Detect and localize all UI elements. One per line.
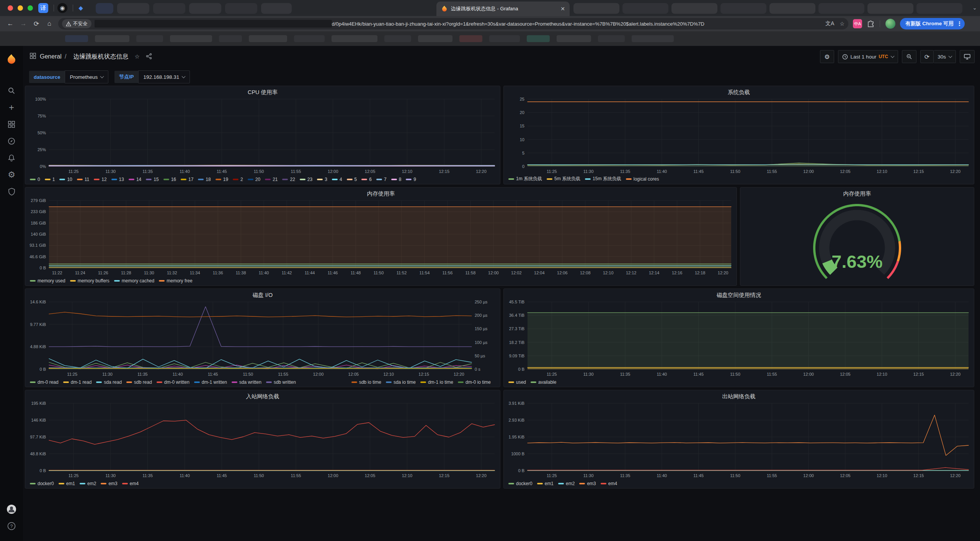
legend-item[interactable]: em4 bbox=[601, 481, 617, 486]
chart[interactable]: 0 B4.88 KiB9.77 KiB14.6 KiB0 s50 µs100 µ… bbox=[25, 289, 500, 387]
legend-item[interactable]: em3 bbox=[101, 481, 117, 486]
legend-item[interactable]: 12 bbox=[94, 177, 106, 182]
panel-title[interactable]: 出站网络负载 bbox=[504, 393, 974, 400]
tab-close-icon[interactable]: ✕ bbox=[560, 6, 565, 12]
legend-item[interactable]: em1 bbox=[59, 481, 75, 486]
variable-value-datasource[interactable]: Prometheus bbox=[65, 70, 108, 83]
dashboard-settings-button[interactable]: ⚙ bbox=[820, 50, 834, 63]
legend-item[interactable]: 15m 系统负载 bbox=[585, 176, 621, 182]
bookmark-star-icon[interactable]: ☆ bbox=[840, 21, 844, 27]
legend-item[interactable]: 4 bbox=[332, 177, 342, 182]
breadcrumb-dashboard-title[interactable]: 边缘跳板机状态信息 bbox=[73, 53, 128, 61]
variable-value-node-ip[interactable]: 192.168.198.31 bbox=[138, 70, 190, 83]
inactive-tab[interactable] bbox=[916, 3, 962, 14]
extensions-puzzle-icon[interactable] bbox=[867, 20, 875, 28]
chart[interactable]: 051015202511:2511:3011:3511:4011:4511:50… bbox=[504, 86, 974, 184]
legend-item[interactable]: dm-0 read bbox=[30, 380, 59, 385]
legend-item[interactable]: 11 bbox=[77, 177, 89, 182]
legend-item[interactable]: 18 bbox=[198, 177, 211, 182]
security-badge[interactable]: 不安全 bbox=[62, 19, 91, 28]
legend-item[interactable]: em1 bbox=[537, 481, 554, 486]
translate-page-icon[interactable]: 文A bbox=[825, 20, 834, 27]
bookmark-item[interactable] bbox=[598, 35, 625, 42]
legend-item[interactable]: sdb read bbox=[126, 380, 152, 385]
blue-logo-pinned-tab-icon[interactable]: ◆ bbox=[76, 3, 86, 13]
inactive-tab[interactable] bbox=[96, 3, 113, 14]
chart[interactable]: 0 B1000 B1.95 KiB2.93 KiB3.91 KiB11:2511… bbox=[504, 390, 974, 488]
legend-item[interactable]: 2 bbox=[233, 177, 243, 182]
legend-item[interactable]: 19 bbox=[216, 177, 228, 182]
legend-item[interactable]: 8 bbox=[391, 177, 402, 182]
legend-item[interactable]: dm-0 written bbox=[157, 380, 189, 385]
legend-item[interactable]: memory buffers bbox=[70, 278, 109, 284]
legend-item[interactable]: dm-0 io time bbox=[458, 380, 491, 385]
refresh-interval-picker[interactable]: 30s bbox=[934, 50, 956, 63]
legend-item[interactable]: 3 bbox=[317, 177, 327, 182]
legend-item[interactable]: memory used bbox=[30, 278, 65, 284]
legend-item[interactable]: 9 bbox=[406, 177, 416, 182]
legend-item[interactable]: sdb io time bbox=[351, 380, 381, 385]
chart[interactable]: 0 B46.6 GiB93.1 GiB140 GiB186 GiB233 GiB… bbox=[25, 187, 737, 285]
panel-title[interactable]: 磁盘 I/O bbox=[25, 292, 500, 299]
panel-title[interactable]: 入站网络负载 bbox=[25, 393, 500, 400]
macos-zoom-button[interactable] bbox=[28, 5, 33, 11]
tab-search-caret-icon[interactable]: ⌄ bbox=[972, 5, 977, 11]
legend-item[interactable]: 1m 系统负载 bbox=[508, 176, 542, 182]
legend-item[interactable]: 16 bbox=[163, 177, 176, 182]
legend-item[interactable]: sda written bbox=[232, 380, 261, 385]
favorite-star-icon[interactable]: ☆ bbox=[134, 53, 139, 60]
chart[interactable]: 0 B48.8 KiB97.7 KiB146 KiB195 KiB11:2511… bbox=[25, 390, 500, 488]
url-text[interactable]: d/0p4iw4EHk/bian-yuan-tiao-ban-ji-zhuang… bbox=[332, 21, 820, 27]
reload-button[interactable]: ⟳ bbox=[30, 20, 43, 28]
bookmark-item[interactable] bbox=[527, 35, 550, 42]
legend-item[interactable]: 22 bbox=[282, 177, 295, 182]
panel-title[interactable]: 内存使用率 bbox=[25, 190, 737, 197]
inactive-tab[interactable] bbox=[153, 3, 185, 14]
bookmark-item[interactable] bbox=[294, 35, 325, 42]
legend-item[interactable]: 21 bbox=[265, 177, 278, 182]
legend-item[interactable]: sda read bbox=[96, 380, 122, 385]
legend-item[interactable]: 1 bbox=[45, 177, 55, 182]
inactive-tab[interactable] bbox=[261, 3, 292, 14]
bookmark-item[interactable] bbox=[136, 35, 163, 42]
legend-item[interactable]: 20 bbox=[248, 177, 260, 182]
legend-item[interactable]: 5m 系统负载 bbox=[547, 176, 580, 182]
inactive-tab[interactable] bbox=[769, 3, 815, 14]
active-tab[interactable]: 边缘跳板机状态信息 - Grafana ✕ bbox=[436, 2, 570, 16]
legend-item[interactable]: 23 bbox=[300, 177, 312, 182]
panel-title[interactable]: 系统负载 bbox=[504, 89, 974, 96]
panel-title[interactable]: CPU 使用率 bbox=[25, 89, 500, 96]
forward-button[interactable]: → bbox=[17, 20, 30, 28]
inactive-tab[interactable] bbox=[720, 3, 766, 14]
legend-item[interactable]: dm-1 io time bbox=[420, 380, 453, 385]
browser-profile-avatar[interactable] bbox=[885, 19, 895, 29]
bookmark-item[interactable] bbox=[384, 35, 411, 42]
address-bar[interactable]: 不安全 d/0p4iw4EHk/bian-yuan-tiao-ban-ji-zh… bbox=[58, 18, 848, 29]
grafana-logo-icon[interactable] bbox=[0, 53, 23, 66]
legend-item[interactable]: em4 bbox=[122, 481, 139, 486]
bookmark-item[interactable] bbox=[557, 35, 591, 42]
back-button[interactable]: ← bbox=[4, 20, 17, 28]
inactive-tab[interactable] bbox=[189, 3, 221, 14]
bookmark-item[interactable] bbox=[170, 35, 212, 42]
inactive-tab[interactable] bbox=[671, 3, 717, 14]
bookmark-item[interactable] bbox=[65, 35, 88, 42]
legend-item[interactable]: dm-1 written bbox=[194, 380, 227, 385]
bookmark-item[interactable] bbox=[632, 35, 674, 42]
legend-item[interactable]: memory cached bbox=[114, 278, 154, 284]
share-icon[interactable] bbox=[146, 53, 152, 60]
legend-item[interactable]: docker0 bbox=[508, 481, 532, 486]
inactive-tab[interactable] bbox=[225, 3, 257, 14]
time-range-picker[interactable]: Last 1 hour UTC bbox=[838, 50, 898, 63]
breadcrumb-section[interactable]: General bbox=[40, 53, 62, 60]
legend-item[interactable]: memory free bbox=[159, 278, 192, 284]
dot-circle-pinned-tab-icon[interactable]: ◉ bbox=[57, 3, 67, 13]
refresh-button[interactable]: ⟳ bbox=[920, 50, 934, 63]
browser-menu-kebab-icon[interactable]: ⋮ bbox=[957, 20, 962, 27]
legend-item[interactable]: sda io time bbox=[386, 380, 416, 385]
zoom-out-button[interactable] bbox=[902, 50, 916, 63]
panel-title[interactable]: 内存使用率 bbox=[740, 190, 974, 197]
legend-item[interactable]: em3 bbox=[579, 481, 596, 486]
legend-item[interactable]: em2 bbox=[558, 481, 575, 486]
legend-item[interactable]: 17 bbox=[181, 177, 193, 182]
